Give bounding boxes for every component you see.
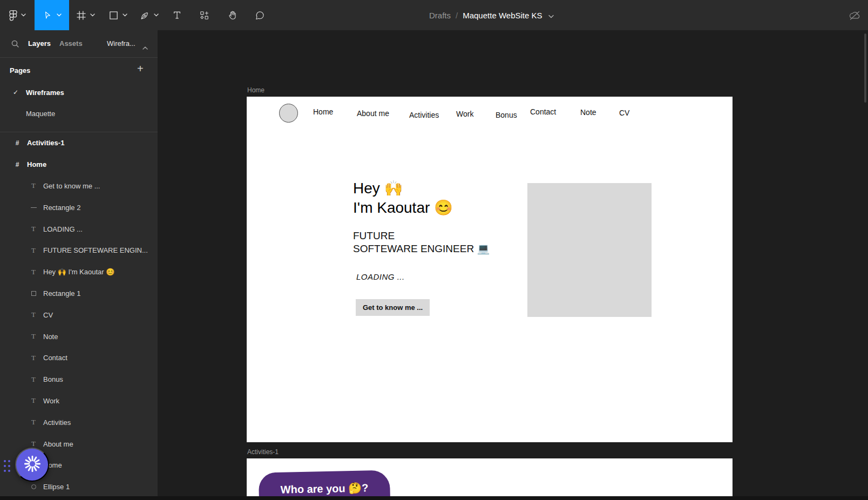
text-layer-icon: T: [30, 396, 37, 405]
move-tool[interactable]: [35, 0, 69, 30]
resources-icon: [199, 10, 209, 21]
line-layer-icon: [30, 207, 37, 208]
question-blob[interactable]: Who are you 🤔?: [259, 470, 391, 500]
mock-nav-about-me[interactable]: About me: [357, 109, 389, 118]
subtitle-line-2: SOFTEWARE ENGINEER 💻: [353, 242, 490, 255]
layer-row-hey-im-kaoutar[interactable]: T Hey 🙌 I'm Kaoutar 😊: [0, 261, 158, 283]
offline-cloud-slash-icon: [849, 10, 861, 23]
text-layer-icon: T: [30, 225, 37, 233]
check-icon: ✓: [13, 89, 21, 96]
get-to-know-me-button[interactable]: Get to know me ...: [356, 299, 430, 316]
subtitle-line-1: FUTURE: [353, 229, 490, 242]
avatar-circle[interactable]: [279, 104, 298, 123]
pen-tool[interactable]: [134, 0, 164, 30]
chevron-down-icon: [57, 13, 62, 17]
hero-heading[interactable]: Hey 🙌 I'm Kaoutar 😊: [353, 179, 453, 218]
layer-row-note[interactable]: T Note: [0, 326, 158, 347]
breadcrumb-folder[interactable]: Drafts: [429, 11, 451, 20]
text-layer-icon: T: [30, 246, 37, 255]
canvas-frame-home[interactable]: Home About me Activities Work Bonus Cont…: [247, 97, 733, 442]
chevron-down-icon: [154, 13, 159, 17]
text-layer-icon: T: [30, 440, 37, 448]
mock-nav-cv[interactable]: CV: [619, 109, 629, 117]
frame-icon: [76, 10, 86, 21]
frame-icon: #: [13, 139, 21, 147]
file-title: Maquette WebSite KS: [463, 11, 542, 20]
chevron-up-icon[interactable]: [143, 42, 148, 52]
comment-tool[interactable]: [247, 0, 272, 30]
canvas-frame-activities-1[interactable]: Who are you 🤔?: [247, 458, 733, 500]
hero-line-1: Hey 🙌: [353, 179, 453, 198]
text-layer-icon: T: [30, 181, 37, 190]
page-selector[interactable]: Wirefra...: [107, 39, 135, 48]
frame-label-home[interactable]: Home: [247, 86, 265, 94]
loading-text[interactable]: LOADING ...: [356, 272, 405, 281]
page-name: Maquette: [26, 110, 55, 118]
layer-row-frame-activities-1[interactable]: # Activities-1: [0, 132, 158, 154]
page-item-wireframes[interactable]: ✓ Wireframes: [0, 84, 158, 100]
hero-line-2: I'm Kaoutar 😊: [353, 198, 453, 218]
tab-assets[interactable]: Assets: [59, 39, 83, 48]
page-item-maquette[interactable]: Maquette: [0, 105, 158, 121]
canvas-scrollbar[interactable]: [864, 33, 866, 103]
add-page-button[interactable]: +: [137, 63, 144, 74]
toolbar: Drafts / Maquette WebSite KS: [0, 0, 868, 30]
pages-header: Pages: [10, 66, 30, 75]
mock-nav-home[interactable]: Home: [313, 107, 333, 116]
chevron-down-icon: [21, 13, 26, 17]
text-layer-icon: T: [30, 418, 37, 427]
chevron-down-icon: [123, 13, 127, 17]
spark-floating-button[interactable]: [15, 448, 49, 482]
text-layer-icon: T: [30, 310, 37, 319]
search-icon[interactable]: [11, 39, 19, 50]
left-panel: Layers Assets Wirefra... Pages + ✓ Wiref…: [0, 30, 158, 500]
layer-row-frame-home[interactable]: # Home: [0, 154, 158, 175]
text-layer-icon: T: [30, 375, 37, 384]
page-name: Wireframes: [26, 89, 64, 97]
text-layer-icon: T: [30, 268, 37, 276]
text-icon: [172, 10, 182, 20]
rectangle-icon: [109, 10, 119, 21]
rectangle-layer-icon: [30, 291, 37, 296]
main-menu-button[interactable]: [0, 0, 35, 30]
frame-label-activities-1[interactable]: Activities-1: [247, 448, 279, 456]
layer-row-work[interactable]: T Work: [0, 390, 158, 412]
layer-row-activities[interactable]: T Activities: [0, 411, 158, 433]
hero-subtitle[interactable]: FUTURE SOFTEWARE ENGINEER 💻: [353, 229, 490, 255]
hand-icon: [228, 10, 238, 21]
layer-row-rectangle-2[interactable]: Rectangle 2: [0, 197, 158, 218]
comment-bubble-icon: [255, 10, 265, 21]
chevron-down-icon: [90, 13, 95, 17]
spark-asterisk-icon: [24, 456, 40, 474]
shape-tool[interactable]: [101, 0, 134, 30]
window-bottom-edge: [0, 496, 868, 500]
mock-nav-work[interactable]: Work: [456, 110, 473, 118]
layer-row-future-software-engineer[interactable]: T FUTURE SOFTEWARE ENGIN...: [0, 240, 158, 261]
layer-row-contact[interactable]: T Contact: [0, 347, 158, 369]
hand-tool[interactable]: [218, 0, 247, 30]
image-placeholder-rectangle[interactable]: [527, 183, 652, 317]
mock-nav-activities[interactable]: Activities: [409, 111, 439, 119]
text-tool[interactable]: [164, 0, 190, 30]
pen-icon: [140, 10, 150, 21]
actions-tool[interactable]: [190, 0, 218, 30]
layer-row-bonus[interactable]: T Bonus: [0, 369, 158, 390]
mock-nav-note[interactable]: Note: [580, 108, 596, 117]
ellipse-layer-icon: [30, 484, 37, 489]
cursor-icon: [43, 10, 53, 21]
layer-row-loading[interactable]: T LOADING ...: [0, 218, 158, 240]
breadcrumb: Drafts / Maquette WebSite KS: [429, 0, 554, 30]
text-layer-icon: T: [30, 354, 37, 362]
mock-nav-bonus[interactable]: Bonus: [496, 111, 517, 119]
layer-row-cv[interactable]: T CV: [0, 304, 158, 326]
file-menu-chevron-icon[interactable]: [548, 11, 554, 20]
mock-nav-contact[interactable]: Contact: [530, 107, 556, 116]
layer-row-rectangle-1[interactable]: Rectangle 1: [0, 283, 158, 305]
panel-header: Layers Assets Wirefra...: [0, 30, 158, 58]
drag-handle-dots[interactable]: [4, 460, 10, 472]
figma-logo-icon: [9, 10, 17, 21]
frame-tool[interactable]: [69, 0, 101, 30]
tab-layers[interactable]: Layers: [28, 39, 51, 48]
frame-icon: #: [13, 161, 21, 168]
layer-row-get-to-know-me[interactable]: T Get to know me ...: [0, 175, 158, 197]
